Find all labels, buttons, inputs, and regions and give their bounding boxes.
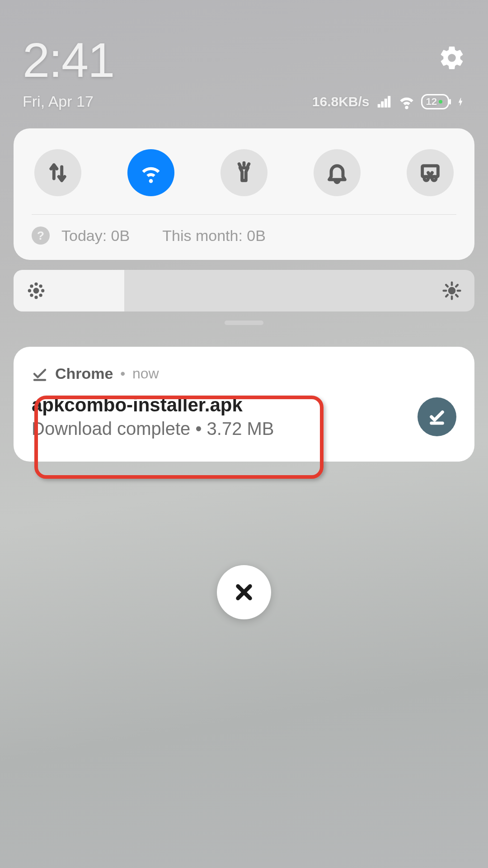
bell-icon <box>325 161 349 184</box>
svg-point-5 <box>42 290 44 292</box>
notification-time: now <box>132 365 159 382</box>
battery-indicator: 12 <box>421 94 449 109</box>
notification-header: Chrome • now <box>32 365 456 382</box>
svg-point-3 <box>35 297 37 298</box>
svg-point-9 <box>40 294 42 296</box>
data-month: This month: 0B <box>162 227 266 245</box>
brightness-low-icon <box>26 281 46 301</box>
status-date: Fri, Apr 17 <box>23 93 94 110</box>
wifi-icon <box>139 161 163 184</box>
brightness-high-icon <box>442 281 462 301</box>
flashlight-toggle[interactable] <box>221 149 267 196</box>
data-usage-row[interactable]: ? Today: 0B This month: 0B <box>14 215 474 260</box>
panel-drag-handle[interactable] <box>225 321 263 325</box>
flashlight-icon <box>232 161 256 184</box>
brightness-slider[interactable] <box>14 270 474 311</box>
svg-point-7 <box>40 285 42 287</box>
svg-point-6 <box>31 285 33 287</box>
screenshot-toggle[interactable] <box>407 149 454 196</box>
wifi-icon <box>399 94 415 110</box>
status-bar-right: 16.8KB/s 12 <box>312 94 465 110</box>
wifi-toggle[interactable] <box>127 149 174 196</box>
svg-line-16 <box>456 285 458 287</box>
svg-line-17 <box>446 295 448 297</box>
quick-settings-panel: ? Today: 0B This month: 0B <box>14 128 474 260</box>
close-icon <box>234 582 254 603</box>
help-icon: ? <box>32 226 50 245</box>
clear-all-button[interactable] <box>217 565 271 619</box>
svg-line-15 <box>446 285 448 287</box>
svg-line-18 <box>456 295 458 297</box>
notification-title: apkcombo-installer.apk <box>32 394 274 416</box>
network-speed: 16.8KB/s <box>312 94 370 109</box>
download-done-icon <box>32 366 48 382</box>
svg-point-8 <box>31 294 33 296</box>
charging-icon <box>455 95 465 108</box>
updown-arrows-icon <box>46 161 70 184</box>
mobile-data-toggle[interactable] <box>34 149 81 196</box>
svg-point-4 <box>29 290 31 292</box>
settings-button[interactable] <box>438 44 465 71</box>
notification-card[interactable]: Chrome • now apkcombo-installer.apk Down… <box>14 347 474 462</box>
signal-icon <box>376 94 392 110</box>
gear-icon <box>438 44 465 71</box>
dnd-toggle[interactable] <box>314 149 361 196</box>
screenshot-icon <box>418 161 442 184</box>
notification-app-name: Chrome <box>55 365 113 382</box>
download-complete-badge[interactable] <box>418 397 456 436</box>
data-today: Today: 0B <box>61 227 130 245</box>
clock-time: 2:41 <box>23 32 114 88</box>
svg-point-10 <box>449 288 455 294</box>
battery-dot-icon <box>439 100 442 104</box>
check-underline-icon <box>427 407 446 426</box>
battery-level: 12 <box>426 96 437 108</box>
svg-point-1 <box>34 288 39 293</box>
notification-subtitle: Download complete • 3.72 MB <box>32 419 274 439</box>
svg-point-2 <box>35 283 37 285</box>
